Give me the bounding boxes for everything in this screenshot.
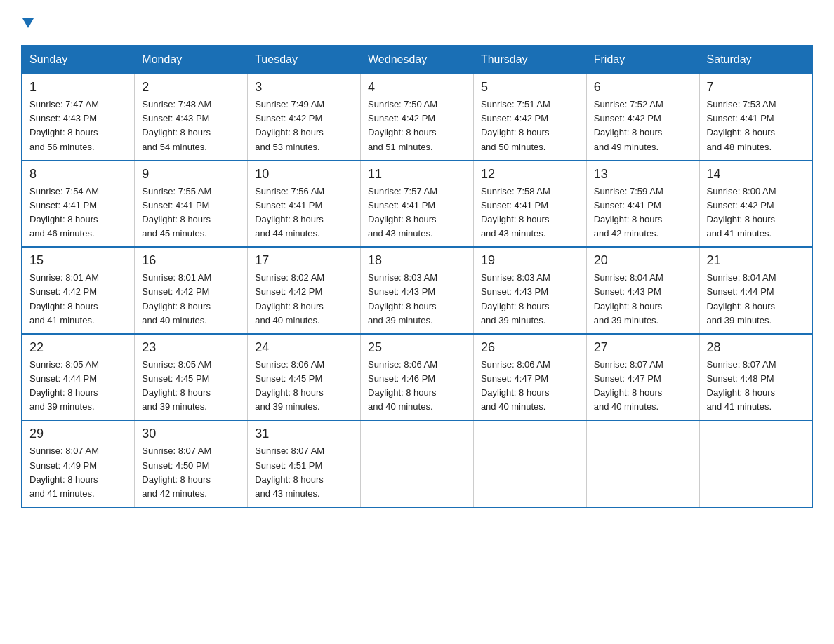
calendar-cell <box>586 420 699 507</box>
day-number: 8 <box>29 167 127 182</box>
day-number: 23 <box>142 340 240 355</box>
calendar-week-row: 1Sunrise: 7:47 AMSunset: 4:43 PMDaylight… <box>22 74 812 161</box>
column-header-wednesday: Wednesday <box>361 46 474 74</box>
logo <box>21 14 34 31</box>
calendar-cell: 30Sunrise: 8:07 AMSunset: 4:50 PMDayligh… <box>135 420 248 507</box>
calendar-cell: 7Sunrise: 7:53 AMSunset: 4:41 PMDaylight… <box>699 74 812 161</box>
day-info: Sunrise: 8:04 AMSunset: 4:44 PMDaylight:… <box>707 271 805 328</box>
day-number: 16 <box>142 253 240 268</box>
calendar-cell: 4Sunrise: 7:50 AMSunset: 4:42 PMDaylight… <box>361 74 474 161</box>
day-info: Sunrise: 7:55 AMSunset: 4:41 PMDaylight:… <box>142 185 240 241</box>
column-header-monday: Monday <box>135 46 248 74</box>
calendar-cell: 14Sunrise: 8:00 AMSunset: 4:42 PMDayligh… <box>699 161 812 248</box>
calendar-cell: 16Sunrise: 8:01 AMSunset: 4:42 PMDayligh… <box>135 247 248 334</box>
day-info: Sunrise: 7:57 AMSunset: 4:41 PMDaylight:… <box>368 185 466 241</box>
page-header <box>21 14 813 31</box>
calendar-cell: 20Sunrise: 8:04 AMSunset: 4:43 PMDayligh… <box>586 247 699 334</box>
calendar-header-row: SundayMondayTuesdayWednesdayThursdayFrid… <box>22 46 812 74</box>
day-info: Sunrise: 8:01 AMSunset: 4:42 PMDaylight:… <box>142 271 240 328</box>
day-info: Sunrise: 7:49 AMSunset: 4:42 PMDaylight:… <box>255 98 353 154</box>
day-info: Sunrise: 7:56 AMSunset: 4:41 PMDaylight:… <box>255 185 353 241</box>
day-number: 14 <box>707 167 805 182</box>
day-number: 13 <box>594 167 692 182</box>
calendar-cell: 3Sunrise: 7:49 AMSunset: 4:42 PMDaylight… <box>248 74 361 161</box>
calendar-cell: 18Sunrise: 8:03 AMSunset: 4:43 PMDayligh… <box>361 247 474 334</box>
day-number: 25 <box>368 340 466 355</box>
day-info: Sunrise: 8:03 AMSunset: 4:43 PMDaylight:… <box>481 271 579 328</box>
day-number: 5 <box>481 80 579 95</box>
day-number: 30 <box>142 427 240 441</box>
day-info: Sunrise: 8:06 AMSunset: 4:47 PMDaylight:… <box>481 358 579 415</box>
calendar-cell <box>473 420 586 507</box>
calendar-cell: 8Sunrise: 7:54 AMSunset: 4:41 PMDaylight… <box>22 161 135 248</box>
day-number: 10 <box>255 167 353 182</box>
calendar-cell: 24Sunrise: 8:06 AMSunset: 4:45 PMDayligh… <box>248 334 361 421</box>
calendar-cell: 25Sunrise: 8:06 AMSunset: 4:46 PMDayligh… <box>361 334 474 421</box>
calendar-cell: 21Sunrise: 8:04 AMSunset: 4:44 PMDayligh… <box>699 247 812 334</box>
day-info: Sunrise: 8:01 AMSunset: 4:42 PMDaylight:… <box>29 271 127 328</box>
day-number: 29 <box>29 427 127 441</box>
calendar-cell: 19Sunrise: 8:03 AMSunset: 4:43 PMDayligh… <box>473 247 586 334</box>
day-info: Sunrise: 8:07 AMSunset: 4:51 PMDaylight:… <box>255 444 353 501</box>
calendar-week-row: 22Sunrise: 8:05 AMSunset: 4:44 PMDayligh… <box>22 334 812 421</box>
day-number: 11 <box>368 167 466 182</box>
day-number: 1 <box>29 80 127 95</box>
day-info: Sunrise: 8:04 AMSunset: 4:43 PMDaylight:… <box>594 271 692 328</box>
calendar-cell: 5Sunrise: 7:51 AMSunset: 4:42 PMDaylight… <box>473 74 586 161</box>
calendar-cell: 28Sunrise: 8:07 AMSunset: 4:48 PMDayligh… <box>699 334 812 421</box>
calendar-cell <box>361 420 474 507</box>
calendar-cell: 9Sunrise: 7:55 AMSunset: 4:41 PMDaylight… <box>135 161 248 248</box>
calendar-cell <box>699 420 812 507</box>
day-number: 20 <box>594 253 692 268</box>
column-header-thursday: Thursday <box>473 46 586 74</box>
day-number: 4 <box>368 80 466 95</box>
day-number: 6 <box>594 80 692 95</box>
column-header-sunday: Sunday <box>22 46 135 74</box>
column-header-friday: Friday <box>586 46 699 74</box>
day-number: 21 <box>707 253 805 268</box>
calendar-cell: 1Sunrise: 7:47 AMSunset: 4:43 PMDaylight… <box>22 74 135 161</box>
calendar-cell: 22Sunrise: 8:05 AMSunset: 4:44 PMDayligh… <box>22 334 135 421</box>
day-info: Sunrise: 8:02 AMSunset: 4:42 PMDaylight:… <box>255 271 353 328</box>
day-info: Sunrise: 8:03 AMSunset: 4:43 PMDaylight:… <box>368 271 466 328</box>
calendar-week-row: 8Sunrise: 7:54 AMSunset: 4:41 PMDaylight… <box>22 161 812 248</box>
day-number: 9 <box>142 167 240 182</box>
day-number: 24 <box>255 340 353 355</box>
calendar-cell: 29Sunrise: 8:07 AMSunset: 4:49 PMDayligh… <box>22 420 135 507</box>
calendar-cell: 13Sunrise: 7:59 AMSunset: 4:41 PMDayligh… <box>586 161 699 248</box>
calendar-cell: 2Sunrise: 7:48 AMSunset: 4:43 PMDaylight… <box>135 74 248 161</box>
day-info: Sunrise: 7:59 AMSunset: 4:41 PMDaylight:… <box>594 185 692 241</box>
day-info: Sunrise: 8:05 AMSunset: 4:45 PMDaylight:… <box>142 358 240 415</box>
day-info: Sunrise: 7:54 AMSunset: 4:41 PMDaylight:… <box>29 185 127 241</box>
calendar-week-row: 15Sunrise: 8:01 AMSunset: 4:42 PMDayligh… <box>22 247 812 334</box>
day-number: 12 <box>481 167 579 182</box>
column-header-tuesday: Tuesday <box>248 46 361 74</box>
day-info: Sunrise: 7:47 AMSunset: 4:43 PMDaylight:… <box>29 98 127 154</box>
calendar-cell: 17Sunrise: 8:02 AMSunset: 4:42 PMDayligh… <box>248 247 361 334</box>
day-number: 27 <box>594 340 692 355</box>
day-info: Sunrise: 7:51 AMSunset: 4:42 PMDaylight:… <box>481 98 579 154</box>
calendar-cell: 15Sunrise: 8:01 AMSunset: 4:42 PMDayligh… <box>22 247 135 334</box>
day-number: 31 <box>255 427 353 441</box>
calendar-cell: 31Sunrise: 8:07 AMSunset: 4:51 PMDayligh… <box>248 420 361 507</box>
day-info: Sunrise: 7:53 AMSunset: 4:41 PMDaylight:… <box>707 98 805 154</box>
day-number: 7 <box>707 80 805 95</box>
day-info: Sunrise: 7:58 AMSunset: 4:41 PMDaylight:… <box>481 185 579 241</box>
day-info: Sunrise: 8:00 AMSunset: 4:42 PMDaylight:… <box>707 185 805 241</box>
day-number: 15 <box>29 253 127 268</box>
calendar-cell: 10Sunrise: 7:56 AMSunset: 4:41 PMDayligh… <box>248 161 361 248</box>
calendar-cell: 26Sunrise: 8:06 AMSunset: 4:47 PMDayligh… <box>473 334 586 421</box>
day-number: 3 <box>255 80 353 95</box>
day-info: Sunrise: 8:07 AMSunset: 4:50 PMDaylight:… <box>142 444 240 501</box>
day-info: Sunrise: 8:06 AMSunset: 4:46 PMDaylight:… <box>368 358 466 415</box>
calendar-week-row: 29Sunrise: 8:07 AMSunset: 4:49 PMDayligh… <box>22 420 812 507</box>
day-number: 22 <box>29 340 127 355</box>
day-info: Sunrise: 8:05 AMSunset: 4:44 PMDaylight:… <box>29 358 127 415</box>
calendar-cell: 6Sunrise: 7:52 AMSunset: 4:42 PMDaylight… <box>586 74 699 161</box>
calendar-cell: 27Sunrise: 8:07 AMSunset: 4:47 PMDayligh… <box>586 334 699 421</box>
day-info: Sunrise: 7:50 AMSunset: 4:42 PMDaylight:… <box>368 98 466 154</box>
calendar-cell: 11Sunrise: 7:57 AMSunset: 4:41 PMDayligh… <box>361 161 474 248</box>
day-number: 17 <box>255 253 353 268</box>
day-number: 18 <box>368 253 466 268</box>
day-number: 2 <box>142 80 240 95</box>
